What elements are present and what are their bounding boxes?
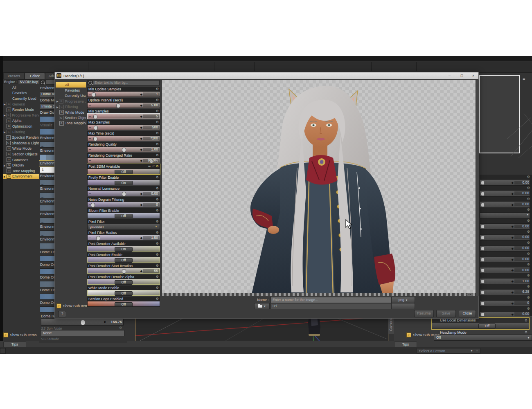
parameter-value[interactable]: 1 [143,92,159,96]
import-file[interactable] [49,62,58,70]
gear-icon[interactable]: ⚙ [156,98,159,102]
undo[interactable] [69,62,78,70]
dialog-titlebar[interactable]: DS Render(1/1) – □ × [55,72,478,79]
parameter-value[interactable]: 0.00 [514,225,530,228]
browse-button[interactable]: ... [391,303,415,309]
node-edit-tool[interactable] [343,62,352,70]
slider-handle[interactable] [122,148,126,152]
slider-handle[interactable] [481,290,485,294]
show-sub-items-dialog[interactable]: ✓ Show Sub Items [56,303,90,308]
parameter-slider[interactable]: – ◆ 7200 [87,135,160,141]
right-scrollbar[interactable] [530,175,532,320]
toggle-button[interactable]: On [115,247,133,252]
settings-group-item[interactable]: ▶ G Filtering [3,129,39,135]
parameter-toggle[interactable]: Off [87,213,160,218]
parameter-toggle[interactable]: Off [87,169,160,174]
whats-this-help[interactable] [518,62,527,70]
node-select-tool[interactable] [273,62,282,70]
settings-group-item[interactable]: ▶ G Environment [3,174,39,180]
slider-handle[interactable] [96,236,100,240]
parameter-value[interactable]: 0.00 [514,268,530,272]
sun-node-selector[interactable]: None... [41,330,124,336]
parameter-toggle[interactable]: Off [87,257,160,263]
settings-group-item[interactable]: ▶ G Currently Used [3,96,39,101]
parameter-toggle[interactable]: Off [87,301,160,307]
gear-icon[interactable]: ⚙ [156,153,159,157]
toggle-button[interactable]: Off [478,324,496,328]
parameter-value[interactable]: 0.00 [514,246,530,250]
create-point-light[interactable] [153,62,162,70]
parameter-value[interactable]: 0 [143,203,159,207]
settings-group-item[interactable]: ▶ G Section Objects [3,151,39,157]
parameter-dropdown[interactable]: ▼ [480,212,531,218]
image-scroll-strip[interactable] [162,293,476,296]
expand-arrow-icon[interactable]: ▶ [56,106,59,108]
pointer-settings-tool[interactable] [374,62,383,70]
help-button[interactable]: ? [58,311,66,317]
translate-tool[interactable] [303,62,312,70]
gear-icon[interactable]: ⚙ [156,164,159,169]
parameter-slider[interactable]: – ◆ 500 [87,124,160,130]
parameter-slider[interactable]: ◆ 0.00 [480,267,531,273]
show-sub-items-left[interactable]: ✓ Show Sub Items [3,333,37,337]
parameter-value[interactable]: 5.00 [143,103,159,107]
settings-group-item[interactable]: ▶ G Spectral Rendering [3,135,39,140]
parameter-slider[interactable]: – ◆ 95.0% [87,157,160,163]
checkbox-icon[interactable]: ✓ [56,303,61,308]
toggle-button[interactable]: Off [115,170,133,175]
gear-icon[interactable]: ⚙ [525,330,527,334]
dialog-group-item[interactable]: ▶ G White Mode [56,110,86,115]
settings-group-item[interactable]: ▶ G Canvases [3,157,39,163]
create-distant-light[interactable] [164,62,173,70]
lesson-list-icon[interactable]: ≡ [474,348,480,354]
checkbox-icon[interactable]: ✓ [406,333,411,337]
slider-handle[interactable] [92,92,96,97]
slider-handle[interactable] [122,269,126,274]
open-recent[interactable] [29,62,38,70]
filter-input[interactable]: Enter text to filter by... [87,80,160,85]
dialog-group-item[interactable]: ▶ G Filtering [56,104,86,110]
home-ds[interactable] [507,62,516,70]
toggle-button[interactable]: Off [115,214,133,219]
parameter-slider[interactable]: – ◆ 5 [87,113,160,119]
settings-group-item[interactable]: ▶ G All [3,85,39,90]
close-window-button[interactable]: × [471,73,476,78]
expand-arrow-icon[interactable]: ▶ [4,175,7,178]
dialog-group-item[interactable]: ▶ G All [56,82,86,88]
gear-icon[interactable]: ⚙ [156,230,159,235]
lesson-number-button[interactable] [0,348,6,354]
save-path-field[interactable]: D:/ [271,303,392,309]
create-spotlight[interactable] [144,62,153,70]
parameter-value[interactable]: 95.0% [143,159,159,162]
dome-rotation-slider[interactable]: – ◆ 168.75 [41,319,124,326]
close-button[interactable]: Close [459,310,476,317]
scroll-grip[interactable] [467,293,473,296]
dialog-group-item[interactable]: ▶ G Section Objects [56,115,86,120]
gear-icon[interactable]: ⚙ [156,252,159,257]
create-camera-view[interactable] [185,62,194,70]
slider-handle[interactable] [93,137,97,141]
slider-handle[interactable] [94,126,98,130]
settings-group-item[interactable]: ▶ G Favorites [3,90,39,96]
slider-handle[interactable] [93,115,97,119]
slider-handle[interactable] [481,203,485,207]
slider-handle[interactable] [481,279,485,283]
parameter-value[interactable]: 500 [143,126,159,129]
help[interactable] [528,62,532,70]
gear-icon[interactable]: ⚙ [156,175,159,180]
save-button[interactable]: Save [436,310,456,317]
parameter-value[interactable]: 7200 [143,137,159,140]
gear-icon[interactable]: ⚙ [156,197,159,202]
parameter-value[interactable]: 5 [143,115,159,118]
toggle-button[interactable]: Off [115,302,133,307]
dialog-group-item[interactable]: ▶ G Currently Used [56,93,86,99]
toggle-button[interactable]: Off [115,291,133,296]
parameter-value[interactable]: 0.00 [514,235,530,239]
minimize-button[interactable]: – [447,73,452,78]
gear-icon[interactable]: ⚙ [156,219,159,224]
gear-icon[interactable]: ⚙ [156,263,159,268]
settings-group-item[interactable]: ▶ G Render Mode [3,107,39,112]
export-file[interactable] [59,62,68,70]
scene-list[interactable] [205,62,214,70]
dialog-group-item[interactable]: ▶ G Progressive ... [56,99,86,104]
